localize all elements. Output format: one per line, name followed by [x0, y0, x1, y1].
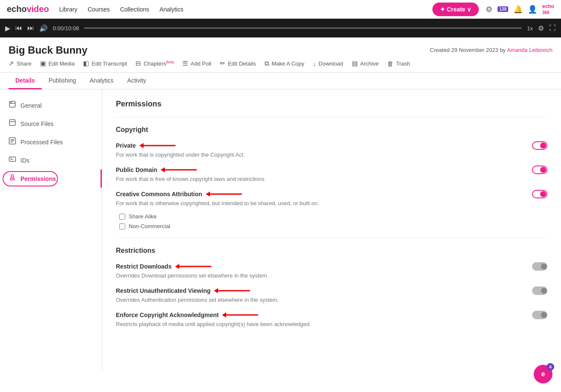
- action-edit-transcript[interactable]: ◧ Edit Transcript: [83, 60, 127, 67]
- logo-echo: echo: [7, 4, 27, 14]
- permission-cc-name: Creative Commons Attribution: [116, 191, 202, 197]
- share-alike-checkbox[interactable]: [119, 214, 125, 220]
- rewind-button[interactable]: ⏮: [15, 24, 22, 32]
- edit-media-icon: ▣: [40, 60, 46, 67]
- restriction-copyright-ack-toggle[interactable]: [532, 310, 547, 320]
- permission-cc-toggle[interactable]: [532, 189, 547, 200]
- nav-courses[interactable]: Courses: [88, 6, 110, 13]
- notification-badge: 138: [498, 6, 508, 12]
- page-meta: Created 29 November 2023 by Amanda Leibo…: [430, 47, 552, 53]
- tab-analytics[interactable]: Analytics: [83, 73, 121, 89]
- tab-activity[interactable]: Activity: [121, 73, 153, 89]
- fullscreen-icon[interactable]: ⛶: [549, 24, 556, 32]
- video-bar: ▶ ⏮ ⏭ 🔊 0:00/10:08 1x ⚙ ⛶: [0, 19, 561, 37]
- svg-marker-22: [214, 288, 218, 293]
- action-download[interactable]: ↓ Download: [313, 60, 343, 67]
- permission-public-domain-info: Public Domain For work that is free of k…: [116, 165, 525, 182]
- top-nav: echovideo Library Courses Collections An…: [0, 0, 561, 19]
- svg-marker-14: [139, 143, 144, 148]
- action-edit-details[interactable]: ✏ Edit Details: [220, 60, 256, 67]
- tab-publishing[interactable]: Publishing: [42, 73, 83, 89]
- restriction-downloads-toggle[interactable]: [532, 261, 547, 272]
- arrow-private: [139, 140, 178, 151]
- action-trash[interactable]: 🗑 Trash: [387, 60, 410, 67]
- sidebar-item-processed-files[interactable]: Processed Files: [0, 133, 102, 151]
- non-commercial-label: Non-Commercial: [129, 223, 170, 229]
- archive-icon: ▤: [352, 60, 358, 67]
- share-alike-label: Share Alike: [129, 213, 157, 220]
- page-header: Big Buck Bunny Created 29 November 2023 …: [0, 37, 561, 60]
- action-add-poll[interactable]: ☰ Add Poll: [182, 60, 211, 67]
- public-domain-toggle[interactable]: [532, 166, 547, 174]
- tab-details[interactable]: Details: [9, 73, 42, 89]
- permissions-section-title: Permissions: [116, 100, 547, 109]
- action-archive[interactable]: ▤ Archive: [352, 60, 379, 67]
- play-button[interactable]: ▶: [5, 24, 10, 32]
- create-button[interactable]: ✦ Create ∨: [432, 3, 479, 16]
- arrow-restrict-downloads: [175, 261, 213, 272]
- restriction-downloads-name: Restrict Downloads: [116, 263, 172, 270]
- svg-point-12: [11, 175, 14, 177]
- restriction-row-downloads: Restrict Downloads Overrides Download pe…: [116, 261, 547, 279]
- sidebar-label-general: General: [20, 102, 42, 109]
- restriction-unauth-desc: Overrides Authentication permissions set…: [116, 297, 525, 303]
- settings-video-icon[interactable]: ⚙: [538, 24, 544, 32]
- non-commercial-checkbox[interactable]: [119, 223, 125, 229]
- nav-right: ⚙ 138 🔔 👤 echo360: [486, 3, 554, 15]
- permission-public-domain-toggle[interactable]: [532, 165, 547, 175]
- settings-icon[interactable]: ⚙: [486, 5, 492, 14]
- download-icon: ↓: [313, 60, 316, 67]
- main-content: Permissions Copyright Private For work t…: [102, 89, 561, 370]
- content-area: General Source Files Processed Files IDs: [0, 89, 561, 370]
- restriction-unauth-name: Restrict Unauthenticated Viewing: [116, 287, 210, 294]
- chat-badge: 4: [547, 363, 554, 370]
- restriction-copyright-ack-info: Enforce Copyright Acknowledgment Restric…: [116, 310, 525, 327]
- nav-collections[interactable]: Collections: [120, 6, 149, 13]
- permission-cc-info: Creative Commons Attribution For work th…: [116, 189, 525, 206]
- volume-button[interactable]: 🔊: [39, 24, 48, 32]
- fast-forward-button[interactable]: ⏭: [27, 24, 34, 32]
- restriction-copyright-ack-name: Enforce Copyright Acknowledgment: [116, 312, 219, 318]
- cc-toggle[interactable]: [532, 190, 547, 198]
- action-share[interactable]: ⇗ Share: [9, 60, 32, 67]
- video-progress-bar[interactable]: [84, 27, 522, 29]
- restriction-unauth-toggle[interactable]: [532, 286, 547, 296]
- sidebar-label-processed-files: Processed Files: [20, 139, 63, 146]
- nav-links: Library Courses Collections Analytics: [59, 6, 432, 13]
- action-edit-media[interactable]: ▣ Edit Media: [40, 60, 75, 67]
- permission-private-info: Private For work that is copyrighted und…: [116, 140, 525, 158]
- svg-rect-3: [9, 120, 15, 126]
- permission-public-domain-name: Public Domain: [116, 166, 157, 173]
- action-make-copy[interactable]: ⧉ Make A Copy: [265, 60, 305, 67]
- nav-library[interactable]: Library: [59, 6, 78, 13]
- restriction-downloads-desc: Overrides Download permissions set elsew…: [116, 272, 525, 279]
- trash-icon: 🗑: [387, 60, 394, 67]
- nav-analytics[interactable]: Analytics: [159, 6, 183, 13]
- sidebar-label-permissions: Permissions: [20, 175, 56, 182]
- add-poll-icon: ☰: [182, 60, 188, 67]
- restriction-unauth-info: Restrict Unauthenticated Viewing Overrid…: [116, 286, 525, 303]
- sidebar-item-permissions[interactable]: Permissions: [0, 169, 102, 188]
- user-icon[interactable]: 👤: [528, 5, 537, 14]
- sidebar-item-source-files[interactable]: Source Files: [0, 114, 102, 133]
- divider-top: [116, 117, 547, 117]
- processed-files-icon: [9, 137, 16, 147]
- source-files-icon: [9, 119, 16, 129]
- bell-icon[interactable]: 🔔: [513, 5, 523, 14]
- action-chapters[interactable]: ⊟ ChaptersBeta: [135, 60, 174, 67]
- divider-restrictions: [116, 238, 547, 238]
- svg-marker-16: [161, 167, 165, 172]
- restriction-row-unauthenticated: Restrict Unauthenticated Viewing Overrid…: [116, 286, 547, 303]
- enforce-copyright-toggle[interactable]: [532, 311, 547, 319]
- permissions-icon: [9, 174, 16, 183]
- sidebar-item-general[interactable]: General: [0, 96, 102, 114]
- restrict-unauth-toggle[interactable]: [532, 286, 547, 295]
- sidebar: General Source Files Processed Files IDs: [0, 89, 102, 370]
- sidebar-item-ids[interactable]: IDs: [0, 151, 102, 169]
- author-link[interactable]: Amanda Leibovich: [507, 47, 552, 53]
- permission-private-toggle[interactable]: [532, 140, 547, 151]
- private-toggle[interactable]: [532, 141, 547, 150]
- ids-icon: [9, 155, 16, 165]
- restrict-downloads-toggle[interactable]: [532, 262, 547, 271]
- permission-row-private: Private For work that is copyrighted und…: [116, 140, 547, 158]
